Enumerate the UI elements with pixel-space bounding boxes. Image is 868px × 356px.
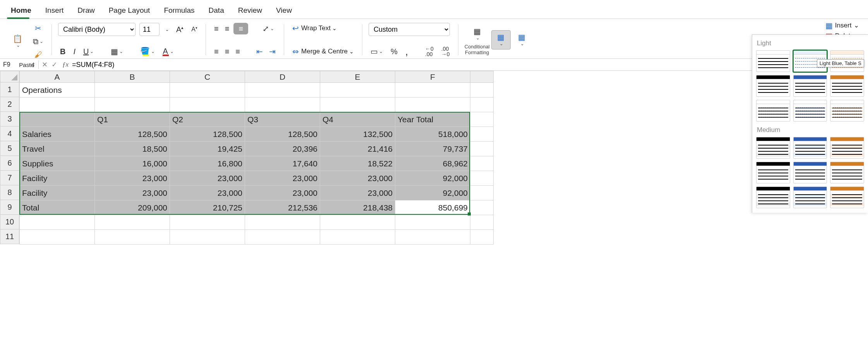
cell[interactable]: [20, 230, 95, 245]
underline-button[interactable]: U: [81, 46, 96, 57]
cell[interactable]: [470, 83, 494, 98]
cell[interactable]: 19,425: [170, 142, 245, 156]
cell[interactable]: [320, 98, 395, 112]
cell[interactable]: 21,416: [320, 142, 395, 156]
cell[interactable]: Q3: [245, 112, 320, 127]
tab-draw[interactable]: Draw: [70, 2, 101, 19]
bold-button[interactable]: B: [58, 46, 67, 57]
cut-button[interactable]: ✂: [31, 23, 45, 34]
tab-review[interactable]: Review: [231, 2, 269, 19]
row-header[interactable]: 3: [0, 112, 19, 127]
cell-active[interactable]: 850,699: [395, 200, 470, 215]
cell[interactable]: [20, 215, 95, 230]
cell[interactable]: [470, 142, 494, 156]
font-color-button[interactable]: A: [161, 46, 175, 57]
cell[interactable]: [20, 98, 95, 112]
format-painter-button[interactable]: 🖌: [31, 49, 45, 60]
cell[interactable]: 518,000: [395, 127, 470, 142]
cell[interactable]: 132,500: [320, 127, 395, 142]
cell[interactable]: Salaries: [20, 127, 95, 142]
cell[interactable]: [470, 200, 494, 215]
cell[interactable]: 68,962: [395, 156, 470, 171]
cell[interactable]: [320, 230, 395, 245]
cell[interactable]: [20, 112, 95, 127]
insert-cells-button[interactable]: ▦Insert ⌄: [825, 21, 862, 29]
decrease-font-button[interactable]: A▾: [189, 24, 199, 35]
cell[interactable]: 209,000: [95, 200, 170, 215]
cell[interactable]: Q1: [95, 112, 170, 127]
cell[interactable]: [245, 230, 320, 245]
number-format-select[interactable]: Custom: [369, 23, 450, 36]
cell[interactable]: [395, 83, 470, 98]
cell[interactable]: 23,000: [170, 186, 245, 200]
comma-button[interactable]: ,: [403, 46, 410, 57]
tab-home[interactable]: Home: [4, 2, 38, 19]
increase-indent-button[interactable]: ⇥: [267, 46, 278, 57]
font-name-select[interactable]: Calibri (Body): [58, 23, 136, 36]
conditional-formatting-button[interactable]: ▦: [467, 24, 487, 44]
cell[interactable]: [470, 156, 494, 171]
cell[interactable]: Operations: [20, 83, 95, 98]
cell[interactable]: [320, 83, 395, 98]
row-header[interactable]: 11: [0, 229, 19, 244]
italic-button[interactable]: I: [71, 46, 77, 57]
cell[interactable]: Year Total: [395, 112, 470, 127]
align-left-button[interactable]: ≡: [212, 46, 221, 57]
font-size-input[interactable]: [139, 23, 160, 36]
cells-grid[interactable]: A B C D E F Operations Q1 Q2 Q3 Q4 Year …: [19, 71, 494, 245]
row-header[interactable]: 2: [0, 97, 19, 112]
cell[interactable]: Facility: [20, 171, 95, 186]
decrease-decimal-button[interactable]: .00→0: [439, 46, 452, 57]
cell[interactable]: 16,000: [95, 156, 170, 171]
cell[interactable]: 212,536: [245, 200, 320, 215]
cell[interactable]: 210,725: [170, 200, 245, 215]
row-header[interactable]: 10: [0, 215, 19, 229]
align-top-button[interactable]: ≡: [212, 23, 221, 34]
col-header[interactable]: C: [170, 71, 245, 83]
row-header[interactable]: 6: [0, 156, 19, 171]
cell[interactable]: [95, 98, 170, 112]
cell[interactable]: [395, 215, 470, 230]
cell[interactable]: 18,522: [320, 156, 395, 171]
cell[interactable]: [470, 112, 494, 127]
col-header[interactable]: F: [395, 71, 470, 83]
cell[interactable]: [170, 83, 245, 98]
cell[interactable]: Facility: [20, 186, 95, 200]
cell[interactable]: 23,000: [245, 186, 320, 200]
tab-insert[interactable]: Insert: [38, 2, 71, 19]
cell[interactable]: Q4: [320, 112, 395, 127]
formula-input[interactable]: [70, 60, 868, 70]
cell[interactable]: [245, 98, 320, 112]
decrease-indent-button[interactable]: ⇤: [254, 46, 265, 57]
col-header[interactable]: E: [320, 71, 395, 83]
select-all-corner[interactable]: [0, 71, 19, 82]
tab-data[interactable]: Data: [202, 2, 231, 19]
cell[interactable]: Travel: [20, 142, 95, 156]
cell[interactable]: 23,000: [245, 171, 320, 186]
tab-page-layout[interactable]: Page Layout: [102, 2, 157, 19]
col-header[interactable]: D: [245, 71, 320, 83]
paste-button[interactable]: 📋: [8, 32, 27, 51]
cell[interactable]: 23,000: [320, 171, 395, 186]
style-light-none[interactable]: [756, 50, 790, 72]
cell[interactable]: [170, 215, 245, 230]
tab-formulas[interactable]: Formulas: [157, 2, 201, 19]
cell[interactable]: [470, 230, 494, 245]
cell[interactable]: 92,000: [395, 186, 470, 200]
align-center-button[interactable]: ≡: [223, 46, 232, 57]
cell-styles-button[interactable]: ▦: [512, 30, 532, 50]
cell[interactable]: 92,000: [395, 171, 470, 186]
cell[interactable]: [395, 98, 470, 112]
row-header[interactable]: 1: [0, 82, 19, 97]
cell[interactable]: 17,640: [245, 156, 320, 171]
col-header[interactable]: B: [95, 71, 170, 83]
cell[interactable]: 218,438: [320, 200, 395, 215]
row-header[interactable]: 8: [0, 185, 19, 200]
cell[interactable]: [320, 215, 395, 230]
cell[interactable]: [95, 215, 170, 230]
format-as-table-button[interactable]: ▦: [491, 30, 511, 50]
copy-button[interactable]: ⧉: [31, 36, 45, 47]
merge-centre-button[interactable]: ⇔ Merge & Centre ⌄: [290, 46, 356, 57]
col-header[interactable]: [470, 71, 494, 83]
font-size-dropdown[interactable]: ⌄: [163, 23, 170, 36]
